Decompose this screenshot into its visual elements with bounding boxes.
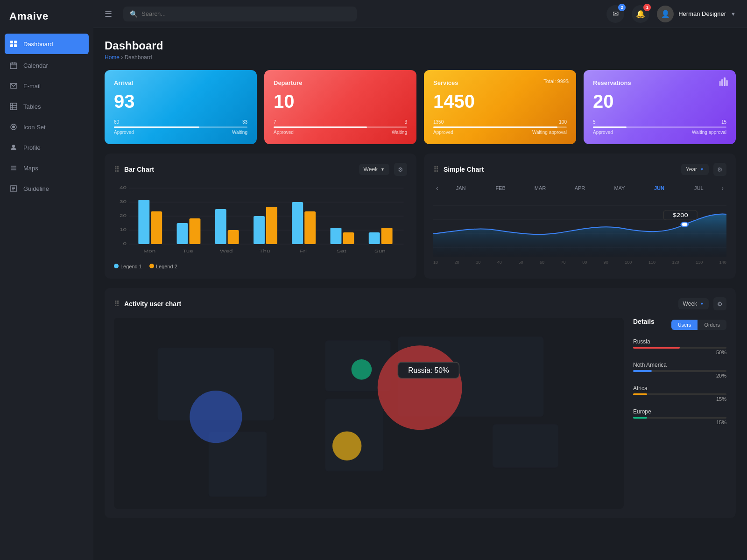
- sidebar-item-tables[interactable]: Tables: [0, 96, 93, 117]
- sidebar-label-tables: Tables: [23, 103, 41, 110]
- breadcrumb-separator: ›: [121, 54, 124, 61]
- map-svg: /* inline dots omitted for brevity */ Ru…: [114, 318, 624, 509]
- activity-chart-controls: Week ▼ ⚙: [678, 297, 726, 310]
- stats-grid: Arrival 93 60 33 Approved Waiting Depart…: [105, 70, 736, 144]
- sidebar-item-email[interactable]: E-mail: [0, 76, 93, 96]
- svg-text:Wed: Wed: [220, 249, 233, 253]
- detail-bar-northamerica: [633, 370, 726, 372]
- svg-point-15: [12, 145, 15, 147]
- svg-rect-0: [10, 41, 13, 43]
- bar-chart-settings[interactable]: ⚙: [394, 163, 407, 176]
- bar-chart-card: ⠿ Bar Chart Week ▼ ⚙ 40: [105, 154, 416, 279]
- month-apr[interactable]: APR: [560, 183, 600, 193]
- svg-rect-25: [724, 77, 726, 86]
- charts-row: ⠿ Bar Chart Week ▼ ⚙ 40: [105, 154, 736, 279]
- svg-text:Sun: Sun: [374, 249, 386, 253]
- detail-label-northamerica: Noth America: [633, 362, 726, 368]
- month-jul[interactable]: JUL: [679, 183, 719, 193]
- waiting-label-services: Waiting approval: [532, 130, 567, 135]
- month-may[interactable]: MAY: [599, 183, 639, 193]
- activity-filter-chevron-icon: ▼: [700, 301, 704, 306]
- detail-pct-africa: 15%: [633, 396, 726, 402]
- search-input[interactable]: [141, 10, 350, 17]
- svg-rect-1: [14, 41, 17, 43]
- stat-labels-reservations: Approved Waiting approval: [593, 130, 726, 135]
- month-prev-button[interactable]: ‹: [433, 184, 441, 192]
- sidebar-label-calendar: Calendar: [23, 62, 48, 69]
- svg-text:Tue: Tue: [183, 249, 193, 253]
- month-jan[interactable]: JAN: [441, 183, 481, 193]
- svg-rect-3: [14, 44, 17, 47]
- svg-text:Fri: Fri: [299, 249, 307, 253]
- sidebar-label-dashboard: Dashboard: [23, 41, 53, 48]
- month-next-button[interactable]: ›: [719, 184, 726, 192]
- detail-bar-africa: [633, 393, 726, 395]
- activity-chart-filter[interactable]: Week ▼: [678, 298, 709, 309]
- sidebar: Amaive Dashboard Calendar E-mail Tables: [0, 0, 93, 560]
- svg-rect-9: [10, 103, 17, 110]
- avatar: 👤: [657, 6, 674, 22]
- stat-card-services: Services Total: 999$ 1450 1350 100 Appro…: [424, 70, 576, 144]
- activity-dots-icon: ⠿: [114, 300, 120, 308]
- sidebar-item-dashboard[interactable]: Dashboard: [5, 34, 89, 54]
- sidebar-item-calendar[interactable]: Calendar: [0, 55, 93, 76]
- bar-chart-svg: 40 30 20 10 0: [114, 183, 407, 258]
- svg-point-71: [378, 345, 462, 430]
- iconset-icon: [9, 123, 18, 131]
- simple-chart-settings[interactable]: ⚙: [713, 163, 726, 176]
- bell-icon: 🔔: [636, 9, 645, 18]
- simple-chart-filter[interactable]: Year ▼: [681, 164, 709, 175]
- svg-rect-70: [493, 424, 558, 468]
- waiting-label-arrival: Waiting: [232, 130, 247, 135]
- sidebar-item-maps[interactable]: Maps: [0, 158, 93, 178]
- detail-europe: Europe 15%: [633, 408, 726, 425]
- detail-label-russia: Russia: [633, 338, 726, 345]
- calendar-icon: [9, 61, 18, 70]
- sidebar-label-email: E-mail: [23, 83, 41, 90]
- details-title: Details: [633, 318, 655, 325]
- svg-text:$200: $200: [673, 213, 688, 218]
- svg-point-62: [681, 222, 688, 227]
- activity-content: /* inline dots omitted for brevity */ Ru…: [114, 318, 726, 509]
- stat-approved-count-reservations: 5: [593, 119, 596, 125]
- stat-card-departure: Departure 10 7 3 Approved Waiting: [264, 70, 416, 144]
- svg-text:Sat: Sat: [337, 249, 346, 253]
- svg-rect-46: [304, 211, 316, 244]
- search-box[interactable]: 🔍: [123, 7, 357, 21]
- mail-button[interactable]: ✉ 2: [606, 5, 624, 23]
- svg-text:30: 30: [120, 199, 127, 203]
- breadcrumb-current: Dashboard: [125, 54, 152, 61]
- svg-rect-42: [228, 230, 239, 244]
- sidebar-item-iconset[interactable]: Icon Set: [0, 117, 93, 137]
- toggle-orders-button[interactable]: Orders: [698, 320, 726, 330]
- simple-filter-chevron-icon: ▼: [700, 167, 704, 172]
- stat-approved-count-arrival: 60: [114, 119, 119, 125]
- menu-toggle[interactable]: ☰: [105, 9, 112, 19]
- svg-text:20: 20: [120, 213, 127, 217]
- app-logo: Amaive: [0, 0, 93, 33]
- bar-chart-filter[interactable]: Week ▼: [359, 164, 389, 175]
- user-menu[interactable]: 👤 Herman Designer ▼: [657, 6, 736, 22]
- svg-rect-47: [331, 228, 342, 244]
- svg-text:Russia: 50%: Russia: 50%: [408, 366, 449, 374]
- page-title: Dashboard: [105, 39, 736, 52]
- month-feb[interactable]: FEB: [481, 183, 521, 193]
- search-icon: 🔍: [130, 10, 138, 18]
- svg-rect-48: [343, 232, 354, 244]
- bell-badge: 1: [643, 4, 651, 11]
- activity-chart-settings[interactable]: ⚙: [713, 297, 726, 310]
- toggle-users-button[interactable]: Users: [671, 320, 698, 330]
- month-mar[interactable]: MAR: [521, 183, 560, 193]
- breadcrumb-home[interactable]: Home: [105, 54, 120, 61]
- sidebar-item-profile[interactable]: Profile: [0, 137, 93, 158]
- stat-labels-services: Approved Waiting approval: [433, 130, 567, 135]
- month-jun[interactable]: JUN: [639, 183, 679, 193]
- stat-labels-arrival: Approved Waiting: [114, 130, 247, 135]
- bar-chart-controls: Week ▼ ⚙: [359, 163, 407, 176]
- sidebar-item-guideline[interactable]: Guideline: [0, 178, 93, 199]
- stat-card-reservations: Reservations 20 5 15: [584, 70, 736, 144]
- bell-button[interactable]: 🔔 1: [632, 5, 649, 23]
- stat-card-arrival: Arrival 93 60 33 Approved Waiting: [105, 70, 257, 144]
- tables-icon: [9, 102, 18, 111]
- svg-rect-38: [151, 211, 162, 244]
